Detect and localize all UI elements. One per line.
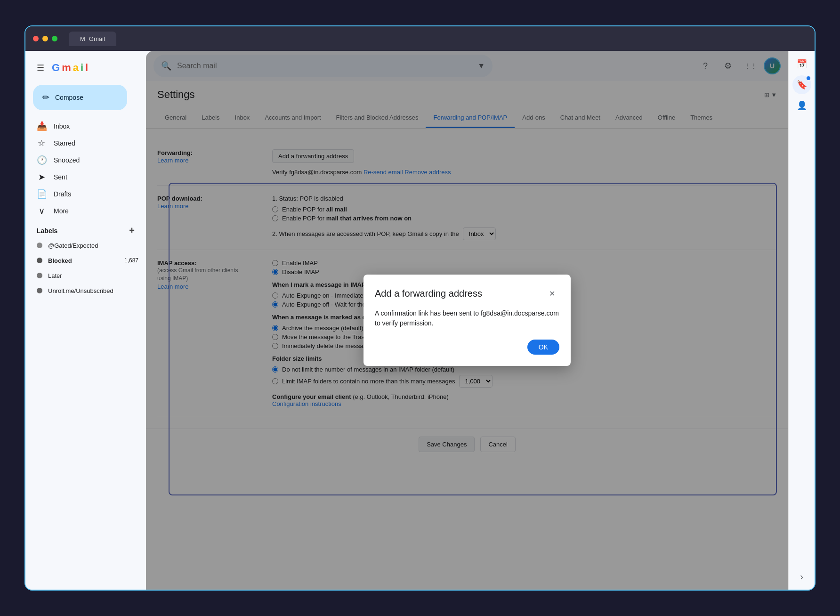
gmail-logo-a: a — [73, 62, 79, 74]
tasks-badge — [807, 76, 810, 80]
label-unroll-name: Unroll.me/Unsubscribed — [48, 287, 113, 294]
gmail-logo-g: G — [52, 62, 60, 74]
starred-icon: ☆ — [37, 138, 46, 148]
sidebar-item-snoozed[interactable]: 🕐 Snoozed — [25, 152, 138, 169]
label-item-gated[interactable]: @Gated/Expected — [25, 238, 146, 253]
sidebar-nav: 📥 Inbox ☆ Starred 🕐 Snoozed ➤ Sent 📄 — [25, 118, 146, 219]
sidebar-item-more-label: More — [54, 207, 131, 215]
modal-overlay: Add a forwarding address ✕ A confirmatio… — [146, 51, 788, 590]
hamburger-menu[interactable]: ☰ — [31, 58, 50, 77]
right-panel-expand-icon[interactable]: › — [796, 567, 807, 586]
labels-title: Labels — [37, 227, 57, 235]
gmail-logo: Gmail — [52, 62, 88, 74]
label-dot — [37, 258, 42, 263]
right-panel-calendar-icon[interactable]: 📅 — [792, 55, 811, 73]
sidebar-item-drafts[interactable]: 📄 Drafts — [25, 186, 138, 203]
label-blocked-name: Blocked — [48, 257, 72, 264]
label-item-later[interactable]: Later — [25, 268, 146, 283]
label-dot — [37, 273, 42, 278]
more-chevron-icon: ∨ — [37, 206, 46, 216]
chrome-tab-label: Gmail — [89, 35, 105, 42]
sidebar-item-starred[interactable]: ☆ Starred — [25, 135, 138, 152]
compose-label: Compose — [55, 94, 83, 101]
compose-button[interactable]: ✏ Compose — [33, 85, 127, 110]
inbox-icon: 📥 — [37, 121, 46, 131]
gmail-logo-i: i — [81, 62, 83, 74]
label-blocked-count: 1,687 — [124, 257, 138, 264]
snoozed-icon: 🕐 — [37, 155, 46, 165]
label-dot — [37, 288, 42, 293]
modal-ok-button[interactable]: OK — [527, 340, 559, 355]
label-dot — [37, 243, 42, 248]
sidebar-item-inbox[interactable]: 📥 Inbox — [25, 118, 138, 135]
label-item-blocked[interactable]: Blocked 1,687 — [25, 253, 146, 268]
chrome-minimize-dot[interactable] — [42, 36, 48, 41]
modal-dialog: Add a forwarding address ✕ A confirmatio… — [363, 275, 571, 366]
right-panel-tasks-icon[interactable]: 🔖 — [792, 75, 811, 94]
modal-body: A confirmation link has been sent to fg8… — [375, 308, 559, 328]
label-later-name: Later — [48, 272, 62, 279]
sidebar-item-more[interactable]: ∨ More — [25, 203, 138, 219]
chrome-maximize-dot[interactable] — [52, 36, 57, 41]
sidebar-item-sent[interactable]: ➤ Sent — [25, 169, 138, 186]
label-gated-name: @Gated/Expected — [48, 242, 98, 249]
sidebar-topbar: ☰ Gmail — [25, 55, 146, 81]
label-item-unroll[interactable]: Unroll.me/Unsubscribed — [25, 283, 146, 298]
modal-header: Add a forwarding address ✕ — [375, 286, 559, 301]
labels-section-title: Labels + — [25, 219, 146, 238]
gmail-logo-l: l — [85, 62, 88, 74]
gmail-favicon: M — [80, 35, 85, 42]
sent-icon: ➤ — [37, 172, 46, 182]
right-panel: 📅 🔖 👤 › — [788, 51, 815, 590]
chrome-tab[interactable]: M Gmail — [69, 32, 116, 46]
sidebar-item-inbox-label: Inbox — [54, 122, 131, 130]
sidebar-item-drafts-label: Drafts — [54, 190, 131, 198]
sidebar-item-starred-label: Starred — [54, 139, 131, 147]
add-label-button[interactable]: + — [129, 225, 135, 236]
sidebar-item-sent-label: Sent — [54, 173, 131, 181]
chrome-bar: M Gmail — [25, 26, 815, 51]
gmail-logo-m1: m — [62, 62, 71, 74]
sidebar-item-snoozed-label: Snoozed — [54, 156, 131, 164]
chrome-close-dot[interactable] — [33, 36, 39, 41]
drafts-icon: 📄 — [37, 189, 46, 199]
modal-title: Add a forwarding address — [375, 288, 482, 299]
compose-icon: ✏ — [42, 92, 49, 103]
modal-footer: OK — [375, 340, 559, 355]
main-content: 🔍 ▼ ? ⚙ ⋮⋮ U Settings — [146, 51, 788, 590]
modal-close-button[interactable]: ✕ — [544, 286, 559, 301]
sidebar: ☰ Gmail ✏ Compose 📥 Inbox ☆ Starred — [25, 51, 146, 590]
right-panel-contacts-icon[interactable]: 👤 — [792, 96, 811, 115]
